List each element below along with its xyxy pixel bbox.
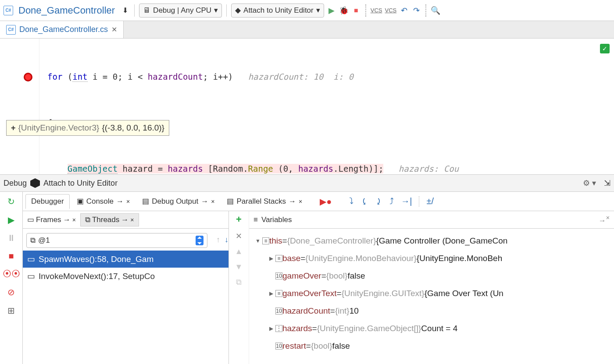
- tree-toggle-icon[interactable]: ▼: [253, 238, 262, 244]
- var-value: 10: [350, 306, 359, 316]
- copy-icon[interactable]: ⧉: [236, 278, 242, 287]
- var-type-icon: ≡: [262, 237, 269, 244]
- stack-frame[interactable]: ▭InvokeMoveNext():17, SetupCo: [23, 268, 228, 285]
- breakpoint-icon[interactable]: [24, 73, 32, 81]
- expand-icon[interactable]: +: [11, 124, 16, 133]
- var-type: {bool}: [311, 341, 332, 351]
- vcs-button-1[interactable]: VCS: [371, 7, 382, 14]
- variables-label: Variables: [261, 216, 292, 224]
- tree-toggle-icon[interactable]: ▶: [267, 290, 275, 297]
- var-value: {Game Controller (Done_GameCon: [376, 236, 507, 246]
- close-tab-icon[interactable]: ✕: [111, 25, 117, 34]
- variable-row[interactable]: ▶≡ base = {UnityEngine.MonoBehaviour} {U…: [249, 250, 614, 267]
- run-button[interactable]: ▶: [327, 6, 336, 15]
- target-label: Attach to Unity Editor: [243, 6, 314, 15]
- tab-console[interactable]: ▣Console →×: [71, 194, 136, 209]
- separator: [365, 4, 366, 17]
- tab-parallel-stacks[interactable]: ▤Parallel Stacks →×: [221, 194, 307, 209]
- frames-subtab[interactable]: ▭Frames →×: [23, 213, 80, 226]
- frame-icon: ▭: [27, 271, 35, 281]
- rerun-icon[interactable]: ↻: [7, 196, 15, 207]
- separator: [425, 4, 426, 17]
- debug-button[interactable]: 🐞: [339, 6, 349, 15]
- step-into-icon[interactable]: ⤹: [358, 194, 371, 209]
- csharp-file-icon: C#: [6, 25, 16, 35]
- stepper-icon[interactable]: [196, 236, 203, 245]
- tab-filename: Done_GameController.cs: [19, 25, 108, 34]
- frame-icon: ▭: [27, 254, 35, 264]
- up-icon[interactable]: ▲: [235, 247, 243, 256]
- build-icon[interactable]: ⬇: [120, 6, 130, 15]
- var-type-icon: 10: [275, 272, 282, 279]
- stack-frame[interactable]: ▭SpawnWaves():58, Done_Gam: [23, 251, 228, 268]
- mute-breakpoints-icon[interactable]: ⊘: [7, 287, 15, 297]
- var-type-icon: 10: [275, 307, 282, 315]
- var-type: {bool}: [326, 271, 348, 281]
- editor-tab[interactable]: C# Done_GameController.cs ✕: [0, 21, 124, 38]
- thread-name: @1: [38, 236, 50, 245]
- show-execution-point-icon[interactable]: ▶●: [317, 194, 334, 209]
- resume-icon[interactable]: ▶: [8, 215, 14, 225]
- config-label: Debug | Any CPU: [153, 6, 211, 15]
- force-step-into-icon[interactable]: ⤸: [372, 194, 385, 209]
- frames-panel: ▭Frames →× ⧉Threads →× ⧉ @1 ↑ ↓ ▭SpawnW: [23, 211, 229, 364]
- layout-icon[interactable]: ⊞: [7, 305, 15, 316]
- undo-button[interactable]: ↶: [399, 6, 409, 15]
- evaluate-icon[interactable]: ±/: [424, 194, 436, 208]
- tab-debug-output[interactable]: ▤Debug Output →×: [137, 194, 220, 209]
- code-editor[interactable]: ✓ for (int i = 0; i < hazardCount; i++) …: [0, 39, 614, 174]
- thread-selector[interactable]: ⧉ @1: [26, 233, 207, 248]
- variable-row[interactable]: ▶⋮ hazards = {UnityEngine.GameObject[]} …: [249, 320, 614, 337]
- frame-list: ▭SpawnWaves():58, Done_Gam ▭InvokeMoveNe…: [23, 251, 228, 364]
- var-type: {UnityEngine.GUIText}: [342, 289, 425, 298]
- threads-icon: ⧉: [30, 236, 36, 245]
- run-to-cursor-icon[interactable]: →|: [398, 194, 414, 208]
- var-value: {UnityEngine.MonoBeh: [417, 254, 502, 263]
- var-type-icon: ⋮: [275, 325, 282, 332]
- variable-row[interactable]: 10 gameOver = {bool} false: [249, 267, 614, 285]
- editor-content[interactable]: for (int i = 0; i < hazardCount; i++) ha…: [39, 39, 614, 174]
- hide-icon[interactable]: ⇲: [604, 178, 610, 188]
- tree-toggle-icon[interactable]: ▶: [267, 255, 275, 262]
- value-tooltip[interactable]: + {UnityEngine.Vector3} {(-3.8, 0.0, 16.…: [6, 120, 169, 136]
- var-type: {UnityEngine.GameObject[]}: [317, 324, 421, 333]
- prev-frame-icon[interactable]: ↑: [216, 235, 220, 244]
- settings-icon[interactable]: ⚙ ▾: [583, 178, 596, 188]
- step-out-icon[interactable]: ⤴: [387, 194, 396, 208]
- console-icon: ▣: [77, 197, 84, 206]
- tab-debugger[interactable]: Debugger: [25, 194, 70, 209]
- variables-icon: ≡: [253, 216, 258, 224]
- down-icon[interactable]: ▼: [235, 262, 243, 272]
- variable-row[interactable]: 10 hazardCount = {int} 10: [249, 302, 614, 320]
- var-type-icon: 10: [275, 343, 282, 350]
- variable-row[interactable]: ▶≡ gameOverText = {UnityEngine.GUIText} …: [249, 285, 614, 302]
- build-config-dropdown[interactable]: 🖥 Debug | Any CPU ▾: [139, 4, 222, 18]
- main-toolbar: C# Done_GameController ⬇ 🖥 Debug | Any C…: [0, 0, 614, 21]
- redo-button[interactable]: ↷: [411, 6, 421, 15]
- next-frame-icon[interactable]: ↓: [225, 235, 228, 244]
- stop-button[interactable]: ■: [351, 6, 361, 15]
- variable-row[interactable]: 10 restart = {bool} false: [249, 337, 614, 355]
- separator: [226, 4, 227, 17]
- variables-tree[interactable]: ▼≡ this = {Done_GameController} {Game Co…: [249, 229, 614, 364]
- breadcrumb-class[interactable]: Done_GameController: [16, 5, 118, 16]
- pause-icon[interactable]: ⏸: [7, 233, 16, 243]
- debug-window-header: Debug Attach to Unity Editor ⚙ ▾ ⇲: [0, 174, 614, 192]
- pin-icon[interactable]: →×: [599, 214, 610, 225]
- run-target-dropdown[interactable]: ◆ Attach to Unity Editor ▾: [231, 4, 324, 18]
- breakpoints-icon[interactable]: ⦿⦿: [3, 269, 20, 279]
- remove-icon[interactable]: ✕: [236, 231, 242, 241]
- tree-toggle-icon[interactable]: ▶: [267, 325, 275, 332]
- search-button[interactable]: 🔍: [431, 6, 440, 15]
- step-over-icon[interactable]: ⤵: [346, 194, 356, 208]
- threads-subtab[interactable]: ⧉Threads →×: [80, 213, 139, 226]
- add-watch-icon[interactable]: +: [236, 214, 242, 225]
- variable-row[interactable]: ▼≡ this = {Done_GameController} {Game Co…: [249, 232, 614, 250]
- chevron-down-icon: ▾: [214, 6, 218, 15]
- stop-icon[interactable]: ■: [8, 251, 14, 261]
- editor-gutter: [0, 39, 39, 174]
- var-name: gameOverText: [282, 289, 337, 298]
- separator: [134, 4, 135, 17]
- vcs-button-2[interactable]: VCS: [385, 7, 396, 14]
- var-name: base: [282, 254, 300, 263]
